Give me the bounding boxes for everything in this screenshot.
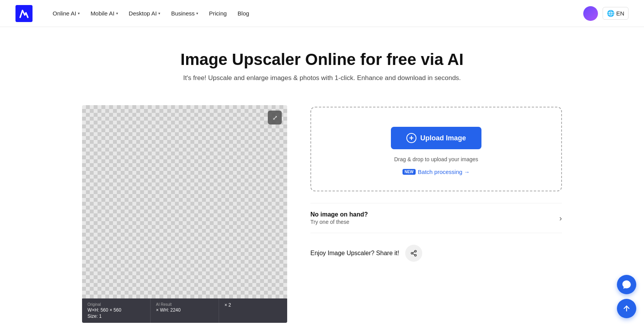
upload-dropzone[interactable]: + Upload Image Drag & drop to upload you… [310,107,562,191]
chevron-down-icon: ▾ [196,11,198,15]
upload-panel: + Upload Image Drag & drop to upload you… [310,105,562,262]
svg-line-3 [413,254,415,255]
ai-wh: × WH: 2240 [156,307,213,313]
image-preview-container: ⤢ Original W×H: 560 × 560 Size: 1 AI Res… [82,105,287,323]
drag-drop-text: Drag & drop to upload your images [323,156,550,162]
logo[interactable] [15,5,33,22]
nav-pricing[interactable]: Pricing [204,7,231,20]
chat-icon [622,280,632,290]
chevron-down-icon: ▾ [116,11,118,15]
upload-fab-button[interactable] [617,299,636,318]
user-avatar[interactable] [583,6,598,21]
try-title: No image on hand? [310,211,368,218]
nav-mobile-ai[interactable]: Mobile AI ▾ [86,7,123,20]
share-text: Enjoy Image Upscaler? Share it! [310,250,399,257]
language-selector[interactable]: 🌐 EN [603,7,629,20]
info-scale: × 2 [219,298,287,323]
new-badge: NEW [402,169,415,175]
scale-label: × 2 [224,302,282,308]
nav-right: 🌐 EN [583,6,629,21]
logo-icon [15,5,33,22]
try-samples-section[interactable]: No image on hand? Try one of these › [310,203,562,233]
upload-arrow-icon [622,304,631,313]
plus-circle-icon: + [406,133,416,143]
chevron-right-icon: › [559,214,562,223]
share-button[interactable] [405,245,422,262]
try-subtitle: Try one of these [310,219,368,225]
chevron-down-icon: ▾ [78,11,80,15]
svg-line-4 [413,252,415,253]
image-info-bar: Original W×H: 560 × 560 Size: 1 AI Resul… [82,298,287,323]
share-icon [410,250,417,257]
nav-online-ai[interactable]: Online AI ▾ [48,7,84,20]
nav-links: Online AI ▾ Mobile AI ▾ Desktop AI ▾ Bus… [48,7,583,20]
main-content: ⤢ Original W×H: 560 × 560 Size: 1 AI Res… [51,97,593,329]
ai-label: AI Result [156,302,213,307]
upload-image-button[interactable]: + Upload Image [391,127,481,149]
hero-section: Image Upscaler Online for free via AI It… [0,27,644,97]
expand-button[interactable]: ⤢ [268,111,282,124]
original-label: Original [87,302,145,307]
share-section: Enjoy Image Upscaler? Share it! [310,245,562,262]
info-original: Original W×H: 560 × 560 Size: 1 [82,298,151,323]
expand-icon: ⤢ [272,114,277,121]
try-text: No image on hand? Try one of these [310,211,368,225]
original-wh: W×H: 560 × 560 [87,307,145,313]
chevron-down-icon: ▾ [158,11,160,15]
batch-processing-link[interactable]: NEW Batch processing → [402,169,470,175]
info-ai-result: AI Result × WH: 2240 [151,298,219,323]
nav-blog[interactable]: Blog [233,7,254,20]
nav-desktop-ai[interactable]: Desktop AI ▾ [124,7,165,20]
globe-icon: 🌐 [607,10,615,17]
image-preview: ⤢ [82,105,287,298]
checker-background [82,105,287,298]
hero-subtitle: It's free! Upscale and enlarge images & … [8,74,636,82]
navigation: Online AI ▾ Mobile AI ▾ Desktop AI ▾ Bus… [0,0,644,27]
original-size: Size: 1 [87,314,145,319]
nav-business[interactable]: Business ▾ [166,7,203,20]
chat-fab-button[interactable] [617,275,636,294]
page-title: Image Upscaler Online for free via AI [8,50,636,69]
